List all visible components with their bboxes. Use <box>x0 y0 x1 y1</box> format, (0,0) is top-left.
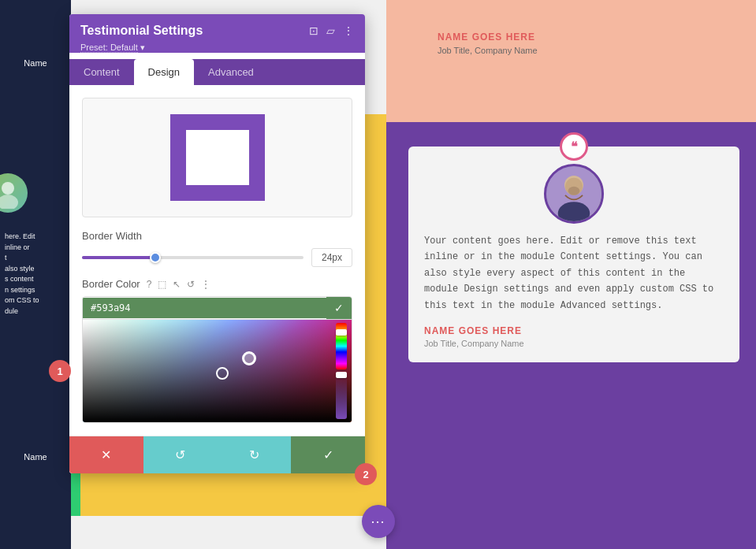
slider-fill <box>82 256 159 259</box>
reset-button[interactable]: ↺ <box>143 436 218 473</box>
preset-label[interactable]: Preset: Default ▾ <box>80 43 354 53</box>
top-right-card: NAME GOES HERE Job Title, Company Name <box>438 32 538 55</box>
border-width-value[interactable]: 24px <box>311 248 352 267</box>
action-bar: ✕ ↺ ↻ ✓ <box>69 436 365 473</box>
redo-button[interactable]: ↻ <box>218 436 292 473</box>
header-icons: ⊡ ▱ ⋮ <box>309 24 354 37</box>
hex-input[interactable] <box>83 298 326 318</box>
border-preview-box <box>82 98 352 217</box>
svg-point-1 <box>0 195 18 209</box>
expand-icon[interactable]: ⊡ <box>309 24 318 37</box>
alpha-slider[interactable] <box>336 373 347 419</box>
sidebar-name-bottom: Name <box>0 449 71 465</box>
split-icon[interactable]: ▱ <box>326 24 335 37</box>
card-content: Your content goes here. Edit or remove t… <box>424 233 724 313</box>
left-content-text: here. Edit inline or t also style s cont… <box>0 228 71 320</box>
slider-thumb[interactable] <box>150 252 161 263</box>
color-cursor-ring <box>216 367 229 380</box>
border-preview <box>170 114 265 201</box>
color-picker: ✓ <box>82 296 352 423</box>
svg-point-0 <box>2 182 14 195</box>
more-icon[interactable]: ⋮ <box>343 24 354 37</box>
hex-confirm[interactable]: ✓ <box>326 297 352 319</box>
color-gradient-area[interactable] <box>83 320 352 422</box>
hex-row: ✓ <box>83 297 352 320</box>
right-sliders <box>336 323 347 419</box>
border-inner <box>186 130 249 185</box>
hue-thumb <box>336 329 347 336</box>
border-width-slider[interactable] <box>82 256 304 259</box>
floating-dots-button[interactable]: ··· <box>362 505 395 538</box>
cursor-icon[interactable]: ↖ <box>173 279 181 290</box>
panel-title: Testimonial Settings <box>80 24 203 38</box>
top-right-name: NAME GOES HERE <box>438 32 538 43</box>
cancel-button[interactable]: ✕ <box>69 436 143 473</box>
card-job: Job Title, Company Name <box>424 339 724 348</box>
quote-badge: ❝ <box>560 132 588 161</box>
tab-design[interactable]: Design <box>134 59 194 85</box>
alpha-thumb <box>336 372 347 378</box>
settings-panel: Testimonial Settings ⊡ ▱ ⋮ Preset: Defau… <box>69 14 365 473</box>
copy-icon[interactable]: ⬚ <box>158 279 166 290</box>
border-width-slider-row: 24px <box>82 248 352 267</box>
tab-content[interactable]: Content <box>69 59 134 85</box>
hue-slider[interactable] <box>336 323 347 369</box>
bottom-right-card: ❝ Your content goes here. Edit or remove… <box>408 132 739 362</box>
reset-icon[interactable]: ↺ <box>187 279 195 290</box>
panel-header: Testimonial Settings ⊡ ▱ ⋮ Preset: Defau… <box>69 14 365 53</box>
panel-tabs: Content Design Advanced <box>69 59 365 85</box>
menu-icon[interactable]: ⋮ <box>201 279 210 290</box>
salmon-bg <box>386 0 756 122</box>
color-cursor-dot <box>242 351 256 365</box>
help-icon[interactable]: ? <box>147 279 152 290</box>
svg-point-6 <box>568 187 580 195</box>
sidebar-name-top: Name <box>0 55 71 71</box>
confirm-button[interactable]: ✓ <box>291 436 365 473</box>
border-width-label: Border Width <box>82 230 352 242</box>
badge-1: 1 <box>49 360 71 382</box>
tab-advanced[interactable]: Advanced <box>194 59 268 85</box>
badge-2: 2 <box>355 463 377 485</box>
top-right-title: Job Title, Company Name <box>438 46 538 55</box>
border-color-label: Border Color <box>82 278 140 290</box>
border-color-row: Border Color ? ⬚ ↖ ↺ ⋮ <box>82 278 352 290</box>
panel-body: Border Width 24px Border Color ? ⬚ ↖ ↺ ⋮… <box>69 85 365 436</box>
card-name: NAME GOES HERE <box>424 325 724 336</box>
